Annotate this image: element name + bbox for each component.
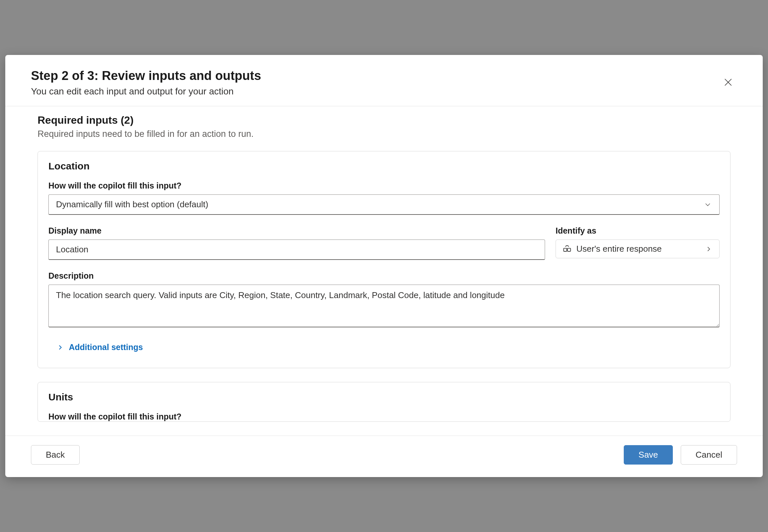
close-button[interactable] [719,73,737,91]
identify-as-value: User's entire response [576,244,662,254]
footer-right: Save Cancel [624,445,737,465]
card-title: Units [48,392,720,403]
back-button[interactable]: Back [31,445,80,465]
svg-rect-2 [564,248,567,251]
chevron-down-icon [704,200,712,209]
fill-method-label: How will the copilot fill this input? [48,181,720,190]
chevron-right-icon [705,245,713,253]
fill-method-value: Dynamically fill with best option (defau… [56,199,208,210]
identify-as-label: Identify as [555,226,720,236]
modal-dialog: Step 2 of 3: Review inputs and outputs Y… [5,55,763,477]
description-field: Description [48,271,720,329]
fill-method-field: How will the copilot fill this input? Dy… [48,181,720,215]
fill-method-select[interactable]: Dynamically fill with best option (defau… [48,194,720,215]
additional-settings-label: Additional settings [69,342,143,352]
description-input[interactable] [48,285,720,327]
section-heading: Required inputs (2) [38,114,730,126]
input-card-units: Units How will the copilot fill this inp… [38,382,730,422]
save-button[interactable]: Save [624,445,673,465]
modal-subtitle: You can edit each input and output for y… [31,86,719,97]
section-subtext: Required inputs need to be filled in for… [38,129,730,139]
modal-body: Required inputs (2) Required inputs need… [5,106,763,436]
fill-method-label-partial: How will the copilot fill this input? [48,412,720,421]
svg-rect-3 [567,248,570,251]
modal-footer: Back Save Cancel [5,436,763,477]
additional-settings-toggle[interactable]: Additional settings [48,340,151,355]
modal-header-text: Step 2 of 3: Review inputs and outputs Y… [31,69,719,97]
identify-as-field: Identify as User's entire response [555,226,720,260]
description-label: Description [48,271,720,281]
display-name-label: Display name [48,226,545,236]
card-title: Location [48,161,720,172]
close-icon [723,77,733,87]
modal-title: Step 2 of 3: Review inputs and outputs [31,69,719,83]
identify-as-button[interactable]: User's entire response [555,240,720,258]
chevron-right-icon [56,343,64,351]
display-identify-row: Display name Identify as User's entire r… [48,226,720,260]
cancel-button[interactable]: Cancel [681,445,737,465]
display-name-field: Display name [48,226,545,260]
modal-header: Step 2 of 3: Review inputs and outputs Y… [5,55,763,106]
entity-icon [562,244,572,254]
display-name-input[interactable] [48,240,545,260]
input-card-location: Location How will the copilot fill this … [38,151,730,368]
